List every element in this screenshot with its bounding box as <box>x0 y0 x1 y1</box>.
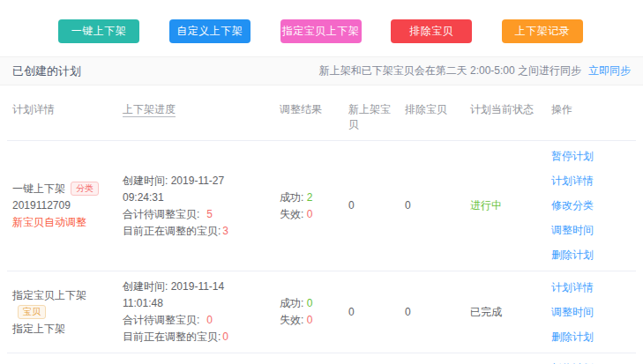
fail-label: 失效: <box>280 208 303 220</box>
page-title: 已创建的计划 <box>12 63 81 79</box>
sync-now-link[interactable]: 立即同步 <box>588 63 631 78</box>
excluded-cell: 0 <box>400 297 465 328</box>
table-body: 一键上下架分类 2019112709 新宝贝自动调整 创建时间: 2019-11… <box>7 141 636 364</box>
column-header: 计划详情 <box>7 94 117 140</box>
plan-status: 进行中 <box>470 199 502 212</box>
fail-line: 失效: 0 <box>280 206 336 223</box>
total-pending-line: 合计待调整宝贝:5 <box>123 206 267 223</box>
plan-title: 指定宝贝上下架 <box>12 289 86 301</box>
adjusting-value: 0 <box>222 331 228 343</box>
toolbar: 一键上下架自定义上下架指定宝贝上下架排除宝贝上下架记录 <box>0 0 643 43</box>
progress-cell: 创建时间: 2019-11-14 11:01:48 合计待调整宝贝:0 目前正在… <box>117 271 274 353</box>
table-row: 自定义上下架分类 2019111410 创建时间: 2019-11-14 10:… <box>7 353 636 364</box>
new-listed-cell: 0 <box>343 297 400 328</box>
created-time-line: 创建时间: 2019-11-14 11:01:48 <box>123 279 267 312</box>
action-link[interactable]: 调整时间 <box>551 222 594 239</box>
listing-plan-page: 一键上下架自定义上下架指定宝贝上下架排除宝贝上下架记录 已创建的计划 新上架和已… <box>0 0 643 364</box>
fail-value: 0 <box>307 314 313 326</box>
column-header: 计划当前状态 <box>465 94 546 140</box>
column-header-label: 操作 <box>551 103 572 115</box>
adjusting-label: 目前正在调整的宝贝: <box>123 225 221 237</box>
plan-detail-cell: 一键上下架分类 2019112709 新宝贝自动调整 <box>7 174 117 238</box>
plan-status: 已完成 <box>470 306 502 318</box>
plan-tag: 宝贝 <box>18 305 46 319</box>
action-link[interactable]: 计划详情 <box>551 279 594 296</box>
total-pending-label: 合计待调整宝贝: <box>123 314 199 326</box>
table-row: 一键上下架分类 2019112709 新宝贝自动调整 创建时间: 2019-11… <box>7 141 636 271</box>
created-label: 创建时间: <box>123 280 168 293</box>
plan-title-line: 一键上下架分类 <box>12 181 110 197</box>
table-header-row: 计划详情上下架进度调整结果新上架宝贝排除宝贝计划当前状态操作 <box>7 94 636 141</box>
excluded-cell: 0 <box>400 190 465 221</box>
column-header: 调整结果 <box>274 94 343 140</box>
sync-notice-text: 新上架和已下架宝贝会在第二天 2:00-5:00 之间进行同步 <box>319 63 581 78</box>
total-pending-value: 0 <box>206 314 213 326</box>
success-value: 2 <box>307 191 313 204</box>
column-header-label: 调整结果 <box>280 103 322 115</box>
plan-subtitle: 指定上下架 <box>12 321 110 338</box>
panel-header: 已创建的计划 新上架和已下架宝贝会在第二天 2:00-5:00 之间进行同步 立… <box>0 56 643 85</box>
total-pending-line: 合计待调整宝贝:0 <box>123 312 267 329</box>
new-listed-cell: 0 <box>343 190 400 221</box>
progress-cell: 创建时间: 2019-11-27 09:24:31 合计待调整宝贝:5 目前正在… <box>117 166 274 247</box>
adjusting-value: 3 <box>222 225 228 237</box>
toolbar-button-3[interactable]: 指定宝贝上下架 <box>280 19 362 43</box>
column-header-label: 上下架进度 <box>123 103 176 117</box>
action-link[interactable]: 暂停计划 <box>551 148 594 165</box>
status-cell: 进行中 <box>465 190 546 221</box>
actions-cell: 计划详情调整时间删除计划 <box>546 272 636 353</box>
plan-title-line: 指定宝贝上下架宝贝 <box>12 287 110 321</box>
action-link[interactable]: 调整时间 <box>551 304 594 321</box>
total-pending-label: 合计待调整宝贝: <box>123 208 199 220</box>
column-header-label: 计划当前状态 <box>470 103 534 115</box>
action-link[interactable]: 删除计划 <box>551 329 594 345</box>
adjusting-label: 目前正在调整的宝贝: <box>123 331 221 343</box>
column-header: 上下架进度 <box>117 94 274 140</box>
plan-detail-cell: 指定宝贝上下架宝贝 指定上下架 <box>7 280 117 345</box>
action-link[interactable]: 计划详情 <box>551 173 594 189</box>
success-value: 0 <box>307 297 313 309</box>
column-header-label: 排除宝贝 <box>405 103 447 115</box>
action-link[interactable]: 暂停计划 <box>551 360 594 364</box>
toolbar-button-1[interactable]: 一键上下架 <box>58 19 139 43</box>
plan-title: 一键上下架 <box>12 182 65 195</box>
panel-header-right: 新上架和已下架宝贝会在第二天 2:00-5:00 之间进行同步 立即同步 <box>319 63 631 78</box>
plans-table: 计划详情上下架进度调整结果新上架宝贝排除宝贝计划当前状态操作 一键上下架分类 2… <box>7 94 636 364</box>
column-header-label: 新上架宝贝 <box>348 103 391 130</box>
plan-tag: 分类 <box>71 182 99 196</box>
actions-cell: 暂停计划计划详情修改分类调整时间删除计划 <box>546 353 636 364</box>
column-header: 操作 <box>546 94 636 140</box>
plan-subtitle: 2019112709 <box>12 197 110 214</box>
fail-label: 失效: <box>280 314 303 326</box>
fail-line: 失效: 0 <box>280 312 336 329</box>
success-label: 成功: <box>280 297 303 309</box>
toolbar-button-4[interactable]: 排除宝贝 <box>391 19 472 43</box>
column-header: 排除宝贝 <box>400 94 465 140</box>
fail-value: 0 <box>307 208 313 220</box>
plan-note: 新宝贝自动调整 <box>12 214 110 231</box>
table-row: 指定宝贝上下架宝贝 指定上下架 创建时间: 2019-11-14 11:01:4… <box>7 271 636 353</box>
created-time-line: 创建时间: 2019-11-27 09:24:31 <box>123 173 267 206</box>
adjusting-line: 目前正在调整的宝贝:0 <box>123 329 267 345</box>
action-link[interactable]: 删除计划 <box>551 247 594 264</box>
result-cell: 成功: 0 失效: 0 <box>274 288 343 336</box>
created-label: 创建时间: <box>123 175 168 187</box>
total-pending-value: 5 <box>206 208 213 220</box>
success-line: 成功: 2 <box>280 189 336 206</box>
status-cell: 已完成 <box>465 297 546 328</box>
success-label: 成功: <box>280 191 303 204</box>
toolbar-button-2[interactable]: 自定义上下架 <box>169 19 250 43</box>
result-cell: 成功: 2 失效: 0 <box>274 182 343 230</box>
column-header-label: 计划详情 <box>12 103 55 115</box>
adjusting-line: 目前正在调整的宝贝:3 <box>123 223 267 240</box>
success-line: 成功: 0 <box>280 295 336 312</box>
action-link[interactable]: 修改分类 <box>551 197 594 214</box>
toolbar-button-5[interactable]: 上下架记录 <box>502 19 583 43</box>
actions-cell: 暂停计划计划详情修改分类调整时间删除计划 <box>546 141 636 271</box>
column-header: 新上架宝贝 <box>343 94 400 140</box>
